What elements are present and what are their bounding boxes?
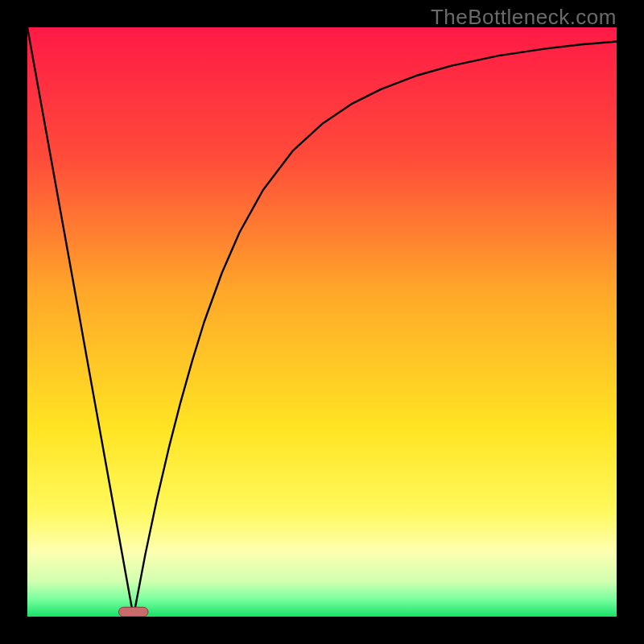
- optimum-marker: [27, 27, 617, 617]
- plot-area: [27, 27, 617, 617]
- watermark-text: TheBottleneck.com: [431, 5, 617, 30]
- chart-frame: TheBottleneck.com: [0, 0, 644, 644]
- svg-rect-1: [118, 607, 148, 617]
